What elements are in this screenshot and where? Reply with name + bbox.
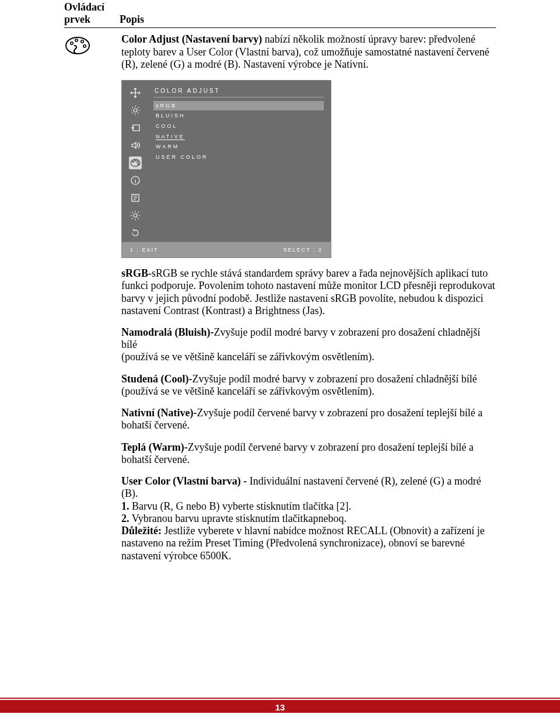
- osd-icon-column: [122, 81, 149, 242]
- intro-paragraph: Color Adjust (Nastavení barvy) nabízí ně…: [121, 33, 495, 71]
- osd-footer-right: SELECT : 2: [284, 247, 323, 253]
- bluish-text2: (používá se ve většině kanceláří se záři…: [121, 351, 374, 363]
- bluish-paragraph: Namodralá (Bluish)-Zvyšuje podíl modré b…: [121, 326, 495, 364]
- user-n2: Vybranou barvu upravte stisknutím tlačít…: [130, 513, 347, 524]
- header-rule: [64, 27, 496, 28]
- cool-text1: Zvyšuje podíl modré barvy v zobrazení pr…: [192, 373, 477, 385]
- cool-text2: (používá se ve většině kanceláří se záři…: [121, 385, 374, 397]
- svg-point-8: [132, 161, 134, 162]
- osd-item-cool[interactable]: COOL: [153, 121, 324, 131]
- osd-icon-manual: [129, 191, 142, 204]
- srgb-paragraph: sRGB-sRGB se rychle stává standardem spr…: [121, 267, 495, 317]
- osd-icon-color-selected: [129, 156, 142, 169]
- header-col2: Popis: [120, 13, 144, 25]
- svg-point-10: [137, 161, 138, 162]
- header-col1-line2: prvek: [64, 13, 90, 25]
- osd-icon-input: [129, 121, 142, 134]
- user-n1b: 1.: [121, 500, 130, 512]
- native-paragraph: Nativní (Native)-Zvyšuje podíl červené b…: [121, 407, 495, 431]
- osd-footer-left: 1 : EXIT: [130, 247, 159, 253]
- svg-point-7: [131, 159, 140, 166]
- warm-paragraph: Teplá (Warm)-Zvyšuje podíl červené barvy…: [121, 441, 495, 466]
- osd-icon-info: [129, 174, 142, 187]
- srgb-bold: sRGB: [121, 267, 148, 279]
- warm-bold: Teplá (Warm)-: [121, 441, 188, 453]
- user-n2b: 2.: [121, 513, 130, 524]
- osd-item-native[interactable]: NATIVE: [153, 132, 324, 142]
- user-color-paragraph: User Color (Vlastní barva) - Individuáln…: [121, 475, 495, 562]
- svg-point-2: [75, 39, 78, 41]
- cool-bold: Studená (Cool)-: [121, 373, 192, 385]
- osd-item-user-color[interactable]: USER COLOR: [153, 152, 324, 162]
- user-n1: Barvu (R, G nebo B) vyberte stisknutím t…: [130, 500, 351, 512]
- page-number: 13: [0, 702, 560, 712]
- osd-icon-setup: [129, 209, 142, 222]
- osd-menu: COLOR ADJUST sRGB BLUISH COOL NATIVE WAR…: [121, 80, 331, 258]
- osd-icon-reset: [129, 227, 142, 239]
- bluish-bold: Namodralá (Bluish)-: [121, 326, 214, 338]
- user-bold: User Color (Vlastní barva) -: [121, 475, 250, 487]
- osd-icon-brightness: [129, 104, 142, 117]
- osd-item-warm[interactable]: WARM: [153, 142, 324, 152]
- svg-point-5: [134, 109, 137, 112]
- user-important-text: Jestliže vyberete v hlavní nabídce možno…: [121, 525, 485, 561]
- svg-point-14: [134, 214, 137, 217]
- svg-point-3: [81, 40, 83, 43]
- osd-icon-move: [129, 86, 142, 99]
- intro-bold: Color Adjust (Nastavení barvy): [121, 33, 262, 45]
- osd-item-bluish[interactable]: BLUISH: [153, 111, 324, 121]
- header-table: Ovládací prvek Popis: [64, 1, 496, 25]
- user-important-bold: Důležité:: [121, 525, 162, 537]
- cool-paragraph: Studená (Cool)-Zvyšuje podíl modré barvy…: [121, 373, 495, 398]
- native-bold: Nativní (Native)-: [121, 407, 197, 419]
- osd-title: COLOR ADJUST: [153, 85, 324, 97]
- svg-point-11: [138, 163, 139, 165]
- header-col1-line1: Ovládací: [64, 1, 104, 13]
- svg-point-9: [135, 160, 136, 161]
- palette-icon: [65, 36, 90, 55]
- svg-point-4: [83, 45, 86, 47]
- osd-item-srgb[interactable]: sRGB: [153, 101, 324, 111]
- osd-icon-audio: [129, 139, 142, 152]
- svg-point-1: [71, 42, 73, 44]
- srgb-text: -sRGB se rychle stává standardem správy …: [121, 267, 495, 316]
